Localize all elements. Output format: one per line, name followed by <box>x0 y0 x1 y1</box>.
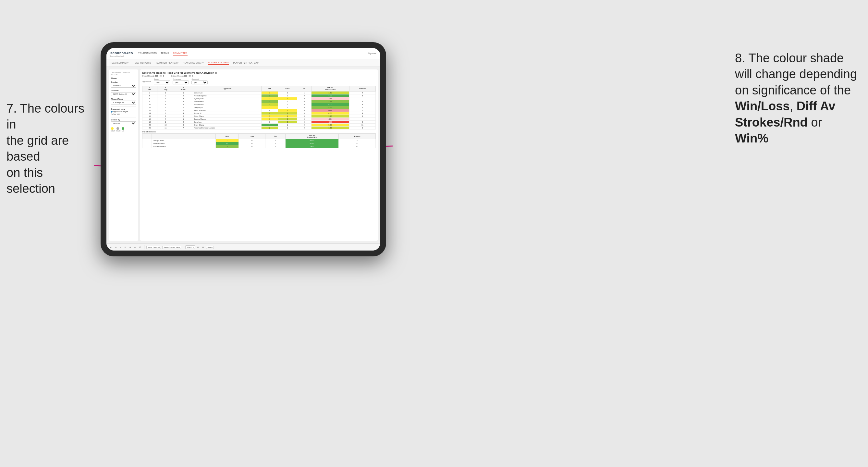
cell-opponent: Federica Domecq Lacroze <box>193 127 261 129</box>
table-cell: 0 <box>297 121 311 124</box>
toolbar-icon2[interactable]: ⊞ <box>201 246 205 249</box>
table-cell: 3.67 <box>311 100 349 103</box>
player-rank-select[interactable]: 8. Katelyn Vo <box>111 101 136 104</box>
nav-right: | Sign out <box>367 52 376 55</box>
table-row: 9 1 4 Sharon Mun 3 0 0 3.67 3 <box>143 100 376 103</box>
cell-div: 9 <box>143 100 157 103</box>
toolbar-share[interactable]: Share <box>206 246 214 249</box>
cell-opponent: Eunice Yi <box>193 112 261 115</box>
table-row: 16 7 1 Jessica Mason 1 2 0 -0.94 <box>143 118 376 121</box>
radio-opponents-played[interactable]: Opponents Played <box>111 111 136 113</box>
grid-title: Katelyn Vo Head-to-Head Grid for Women's… <box>142 71 376 74</box>
toolbar-grid[interactable]: ⊡ <box>124 246 127 249</box>
ood-table-row: Foreign Team 1 0 0 4.500 2 <box>143 139 376 142</box>
colour-by-select[interactable]: Win/loss <box>111 121 136 125</box>
cell-rounds: 4 <box>349 103 376 106</box>
colour-legend: Down Level Up <box>111 127 136 132</box>
toolbar-view-original[interactable]: View: Original <box>146 246 161 249</box>
table-header-row: #Div #Reg #Conf Opponent Win Loss Tie Di… <box>143 86 376 92</box>
ood-cell-name: NCAA Division 2 <box>152 145 216 148</box>
cell-reg: 1 <box>157 92 174 94</box>
nav-bar: SCOREBOARD Powered by clippd TOURNAMENTS… <box>106 48 380 59</box>
subnav-player-summary[interactable]: PLAYER SUMMARY <box>183 61 204 65</box>
cell-reg: 7 <box>157 112 174 115</box>
toolbar-icon1[interactable]: ⊟ <box>196 246 200 249</box>
toolbar-save-custom[interactable]: Save Custom View <box>162 246 181 249</box>
ood-cell-tie: 0 <box>266 145 285 148</box>
cell-rounds <box>349 97 376 100</box>
ood-th-diff: Diff AvStrokes/Rnd <box>285 134 338 139</box>
table-cell: 0 <box>297 115 311 118</box>
share-label: Share <box>207 246 213 248</box>
sign-out-link[interactable]: | Sign out <box>367 52 376 55</box>
cell-conf: 2 <box>174 121 193 124</box>
gender-select[interactable]: Women's <box>111 84 136 88</box>
table-cell: 2 <box>261 112 278 115</box>
table-cell: 1 <box>278 109 297 112</box>
table-cell: 1 <box>261 115 278 118</box>
table-row: 18 2 2 Euna Lee 0 2 0 -5.00 2 <box>143 121 376 124</box>
table-cell: 4 <box>261 124 278 127</box>
cell-reg: 1 <box>157 106 174 109</box>
toolbar-plus[interactable]: ⊕ <box>128 246 132 249</box>
table-cell: 2 <box>278 121 297 124</box>
ood-cell-name: Foreign Team <box>152 139 216 142</box>
subnav-team-h2h-heatmap[interactable]: TEAM H2H HEATMAP <box>155 61 178 65</box>
region-select[interactable]: (All) <box>154 81 170 84</box>
table-cell: 0 <box>297 112 311 115</box>
subnav-player-h2h-heatmap[interactable]: PLAYER H2H HEATMAP <box>233 61 259 65</box>
nav-teams[interactable]: TEAMS <box>161 51 169 56</box>
table-cell: 2 <box>278 112 297 115</box>
table-cell: 2 <box>261 103 278 106</box>
cell-conf: 6 <box>174 124 193 127</box>
nav-tournaments[interactable]: TOURNAMENTS <box>138 51 157 56</box>
ood-cell-rounds: 10 <box>338 145 375 148</box>
cell-rounds: 9 <box>349 112 376 115</box>
table-row: 15 8 5 Stella Cheng 1 1 0 1.25 4 <box>143 115 376 118</box>
legend-up-dot <box>122 127 124 130</box>
toolbar-watch[interactable]: Watch ▾ <box>185 245 195 249</box>
toolbar-back[interactable]: ↩ <box>119 246 122 249</box>
watch-label: Watch ▾ <box>187 246 193 248</box>
conference-select[interactable]: (All) <box>173 81 189 84</box>
opponent-select[interactable]: (All) <box>191 81 208 84</box>
table-row: 20 10 6 Emily Chang 4 1 0 0.30 11 <box>143 124 376 127</box>
th-rounds: Rounds <box>349 86 376 92</box>
player-rank-section: Player (Rank) 8. Katelyn Vo <box>111 98 136 104</box>
th-win: Win <box>261 86 278 92</box>
table-cell: 0 <box>297 97 311 100</box>
logo-sub: Powered by clippd <box>110 56 133 57</box>
sub-nav: TEAM SUMMARY TEAM H2H GRID TEAM H2H HEAT… <box>106 59 380 67</box>
division-select[interactable]: NCAA Division III <box>111 92 136 96</box>
table-cell: 0.30 <box>311 124 349 127</box>
player-rank-label: Player (Rank) <box>111 98 136 100</box>
toolbar-refresh[interactable]: ↩ <box>133 246 137 249</box>
table-cell: 3 <box>261 100 278 103</box>
table-cell: 1.33 <box>311 127 349 129</box>
subnav-team-h2h-grid[interactable]: TEAM H2H GRID <box>133 61 151 65</box>
ood-cell-loss: 0 <box>239 139 265 142</box>
division-section: Division NCAA Division III <box>111 90 136 96</box>
toolbar-redo[interactable]: ↪ <box>114 246 118 249</box>
subnav-team-summary[interactable]: TEAM SUMMARY <box>110 61 129 65</box>
conference-filter: Conference (All) <box>173 78 189 84</box>
cell-rounds <box>349 118 376 121</box>
cell-opponent: Stella Cheng <box>193 115 261 118</box>
nav-committee[interactable]: COMMITTEE <box>173 51 188 56</box>
table-cell: 1 <box>261 92 278 94</box>
table-cell: 9.267 <box>285 142 338 145</box>
logo-area: SCOREBOARD Powered by clippd <box>110 50 133 57</box>
opponent-view-radio-group: Opponents Played Top 100 <box>111 111 136 115</box>
out-of-division-label: Out of division <box>142 131 376 133</box>
th-loss: Loss <box>278 86 297 92</box>
cell-conf: 3 <box>174 97 193 100</box>
cell-opponent: Euna Lee <box>193 121 261 124</box>
division-record: Division Record: 331 - 34 - 6 <box>171 75 193 77</box>
toolbar-undo[interactable]: ↩ <box>109 246 113 249</box>
toolbar-clock[interactable]: ⏱ <box>138 246 142 249</box>
subnav-player-h2h-grid[interactable]: PLAYER H2H GRID <box>208 61 229 65</box>
radio-top100[interactable]: Top 100 <box>111 113 136 115</box>
table-cell: 1 <box>297 92 311 94</box>
cell-reg: 2 <box>157 94 174 97</box>
table-cell: -0.94 <box>311 118 349 121</box>
